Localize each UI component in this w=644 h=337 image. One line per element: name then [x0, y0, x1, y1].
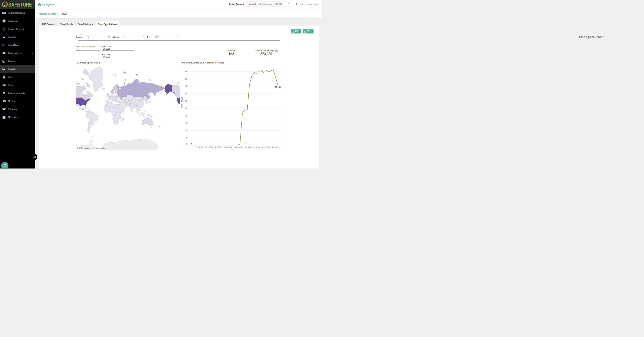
svg-text:2K: 2K — [186, 137, 187, 139]
svg-text:2/1/2025: 2/1/2025 — [272, 146, 279, 149]
svg-text:18K: 18K — [185, 78, 188, 80]
svg-text:SAFETURE: SAFETURE — [8, 1, 32, 8]
svg-text:6/1/2024: 6/1/2024 — [253, 146, 260, 149]
svg-text:0K: 0K — [186, 143, 187, 145]
svg-text:14K: 14K — [185, 93, 188, 95]
svg-text:6/1/2023: 6/1/2023 — [224, 146, 232, 149]
svg-text:10/1/2024: 10/1/2024 — [262, 146, 270, 149]
svg-text:6/1/2022: 6/1/2022 — [196, 146, 203, 149]
svg-text:7: 7 — [191, 143, 192, 145]
svg-text:10/1/2023: 10/1/2023 — [234, 146, 242, 149]
svg-text:16,150: 16,150 — [275, 86, 281, 88]
svg-text:6K: 6K — [186, 122, 187, 124]
svg-text:Total (days): Total (days) — [180, 97, 183, 108]
svg-text:12K: 12K — [185, 100, 188, 102]
svg-text:10K: 10K — [185, 107, 188, 109]
svg-text:20K: 20K — [185, 70, 188, 73]
svg-text:10/1/2022: 10/1/2022 — [205, 146, 213, 149]
svg-text:8K: 8K — [186, 115, 187, 117]
svg-text:4K: 4K — [186, 129, 187, 132]
svg-text:2/1/2023: 2/1/2023 — [215, 146, 222, 149]
svg-text:2/1/2024: 2/1/2024 — [244, 146, 251, 149]
svg-text:®: ® — [32, 1, 33, 3]
svg-text:16K: 16K — [185, 85, 188, 87]
